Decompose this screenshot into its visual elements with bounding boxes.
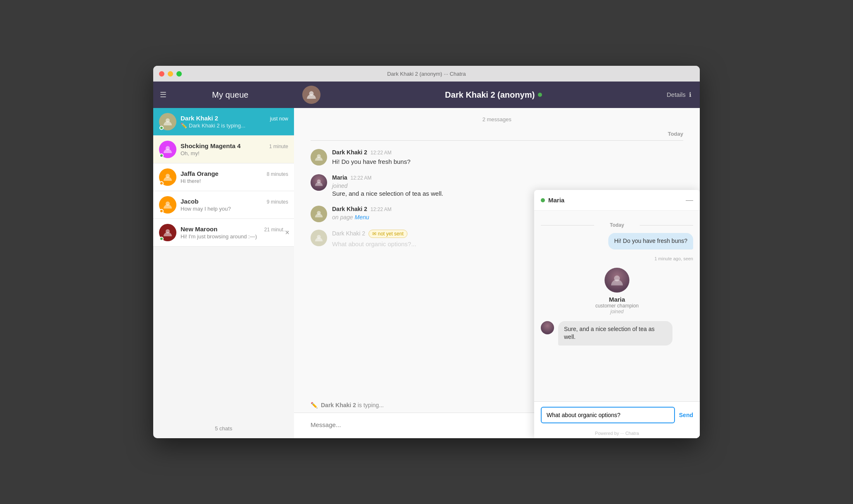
msg-author-2: Maria [332, 174, 347, 181]
page-link[interactable]: Menu [355, 214, 369, 221]
chat-name: New Maroon [181, 226, 217, 233]
avatar-new-maroon [159, 224, 176, 241]
msg-content-1: Dark Khaki 2 12:22 AM Hi! Do you have fr… [332, 149, 683, 167]
sidebar-title: My queue [173, 90, 287, 100]
date-divider-today: Today [311, 131, 683, 141]
status-dot [159, 237, 164, 241]
chat-item-jaffa-orange[interactable]: Jaffa Orange 8 minutes Hi there! [153, 163, 294, 191]
status-dot [159, 209, 164, 213]
widget-online-dot [541, 198, 545, 202]
status-dot [159, 181, 164, 185]
details-label: Details [667, 91, 686, 98]
widget-bubble-text: Hi! Do you have fresh buns? [608, 233, 693, 250]
chat-time: just now [270, 116, 288, 122]
chat-header-name: Dark Khaki 2 (anonym) [320, 90, 667, 100]
sidebar-header: ☰ My queue [153, 82, 294, 108]
widget-close-button[interactable]: — [686, 196, 693, 204]
widget-header-left: Maria [541, 197, 564, 204]
chat-info: New Maroon 21 minut… Hi! I'm just browsi… [181, 226, 288, 240]
widget-header: Maria — [534, 190, 700, 211]
typing-indicator-text: Dark Khaki 2 is typing... [321, 402, 384, 408]
pencil-icon: ✏️ [181, 122, 187, 129]
sidebar: ☰ My queue Dark Khaki 2 just now [153, 82, 294, 438]
msg-joined-2: joined [332, 182, 683, 189]
chat-item-dark-khaki-2[interactable]: Dark Khaki 2 just now ✏️ Dark Khaki 2 is… [153, 108, 294, 136]
widget-agent-name: Maria [548, 197, 564, 204]
msg-time-1: 12:22 AM [371, 150, 392, 156]
status-dot [159, 154, 164, 158]
chat-list: Dark Khaki 2 just now ✏️ Dark Khaki 2 is… [153, 108, 294, 419]
chat-name: Shocking Magenta 4 [181, 142, 241, 149]
widget-seen-text: 1 minute ago, seen [541, 256, 693, 261]
msg-avatar-2 [311, 174, 327, 191]
chat-preview-typing: ✏️ Dark Khaki 2 is typing... [181, 122, 288, 129]
chat-time: 9 minutes [267, 199, 288, 205]
msg-status-4: ✉ not yet sent [369, 230, 407, 238]
header-avatar [302, 86, 320, 104]
avatar-jaffa-orange [159, 168, 176, 186]
hamburger-icon[interactable]: ☰ [160, 90, 166, 99]
widget-reply-text: Sure, and a nice selection of tea as wel… [558, 321, 672, 346]
msg-author-4: Dark Khaki 2 [332, 230, 365, 237]
msg-author-1: Dark Khaki 2 [332, 149, 367, 156]
widget-body: Today Hi! Do you have fresh buns? 1 minu… [534, 211, 700, 401]
widget-agent-block: Maria customer champion joined [541, 268, 693, 314]
main-chat-area: Dark Khaki 2 (anonym) Details ℹ 2 messag… [294, 82, 700, 438]
msg-text-1: Hi! Do you have fresh buns? [332, 157, 683, 167]
chat-preview: How may I help you? [181, 206, 288, 212]
sidebar-footer: 5 chats [153, 419, 294, 438]
header-online-indicator [538, 93, 542, 97]
status-dot [159, 126, 164, 130]
chat-item-new-maroon[interactable]: New Maroon 21 minut… Hi! I'm just browsi… [153, 219, 294, 247]
msg-time-2: 12:22 AM [351, 175, 372, 181]
typing-text: Dark Khaki 2 is typing... [189, 122, 246, 129]
widget-footer: Powered by ··· Chatra [534, 428, 700, 438]
chat-preview: Hi! I'm just browsing around :—) [181, 233, 288, 240]
msg-avatar-4 [311, 230, 327, 246]
avatar-jacob [159, 196, 176, 214]
minimize-button[interactable] [168, 71, 173, 77]
chat-item-shocking-magenta[interactable]: Shocking Magenta 4 1 minute Oh, my! [153, 136, 294, 163]
widget-bubble-user: Hi! Do you have fresh buns? [541, 233, 693, 250]
msg-avatar-3 [311, 206, 327, 222]
chat-info: Dark Khaki 2 just now ✏️ Dark Khaki 2 is… [181, 115, 288, 129]
header-username: Dark Khaki 2 (anonym) [445, 90, 535, 100]
chat-info: Jacob 9 minutes How may I help you? [181, 198, 288, 212]
close-chat-button[interactable]: ✕ [285, 229, 290, 236]
widget-left-avatar [541, 321, 554, 334]
avatar-dark-khaki-2 [159, 113, 176, 130]
msg-time-3: 12:22 AM [371, 206, 392, 212]
widget-send-button[interactable]: Send [679, 412, 693, 418]
chat-header: Dark Khaki 2 (anonym) Details ℹ [294, 82, 700, 108]
window-title: Dark Khaki 2 (anonym) ··· Chatra [387, 71, 466, 77]
chat-time: 8 minutes [267, 171, 288, 177]
widget-input[interactable] [541, 407, 675, 423]
app-body: ☰ My queue Dark Khaki 2 just now [153, 82, 700, 438]
msg-author-3: Dark Khaki 2 [332, 206, 367, 212]
widget-agent-role: customer champion [595, 303, 639, 309]
widget-agent-name-text: Maria [609, 296, 625, 303]
widget-agent-joined: joined [610, 309, 624, 314]
widget-bubble-agent: Sure, and a nice selection of tea as wel… [541, 321, 693, 346]
avatar-shocking-magenta [159, 141, 176, 158]
chat-name: Jacob [181, 198, 198, 205]
close-button[interactable] [159, 71, 164, 77]
chat-preview: Hi there! [181, 178, 288, 184]
titlebar: Dark Khaki 2 (anonym) ··· Chatra [153, 66, 700, 82]
details-button[interactable]: Details ℹ [667, 91, 692, 98]
chat-preview: Oh, my! [181, 150, 288, 156]
widget-agent-avatar [605, 268, 629, 293]
chat-time: 1 minute [269, 144, 288, 149]
message-row-1: Dark Khaki 2 12:22 AM Hi! Do you have fr… [311, 149, 683, 167]
messages-count: 2 messages [311, 116, 683, 122]
maximize-button[interactable] [176, 71, 182, 77]
widget-input-area: Send [534, 401, 700, 428]
chat-info: Shocking Magenta 4 1 minute Oh, my! [181, 142, 288, 156]
chat-item-jacob[interactable]: Jacob 9 minutes How may I help you? [153, 191, 294, 219]
chat-widget: Maria — Today Hi! Do you have fresh buns… [534, 190, 700, 438]
msg-avatar-1 [311, 149, 327, 166]
chat-info: Jaffa Orange 8 minutes Hi there! [181, 170, 288, 184]
info-icon: ℹ [689, 91, 692, 98]
widget-date-divider: Today [541, 222, 693, 228]
chat-name: Dark Khaki 2 [181, 115, 218, 122]
